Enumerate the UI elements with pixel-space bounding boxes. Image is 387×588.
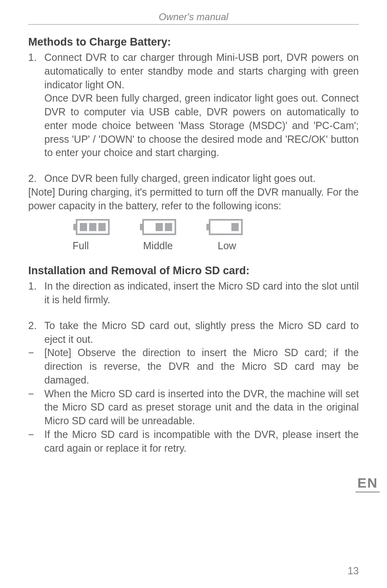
svg-rect-8 xyxy=(165,223,172,231)
header-divider xyxy=(28,24,359,25)
list-text: Connect DVR to car charger through Mini-… xyxy=(44,51,359,92)
list-item: 1. Connect DVR to car charger through Mi… xyxy=(28,51,359,92)
list-item: − If the Micro SD card is incompatible w… xyxy=(28,428,359,455)
list-marker: − xyxy=(28,428,44,455)
list-item: − [Note] Observe the direction to insert… xyxy=(28,346,359,387)
battery-label-full: Full xyxy=(73,240,143,252)
svg-rect-1 xyxy=(73,224,77,230)
list-text: To take the Micro SD card out, slightly … xyxy=(44,319,359,346)
language-tag: EN xyxy=(356,475,380,492)
battery-label-low: Low xyxy=(218,240,266,252)
list-text: If the Micro SD card is incompatible wit… xyxy=(44,428,359,455)
list-marker: 2. xyxy=(28,172,44,186)
list-marker xyxy=(28,92,44,160)
svg-rect-7 xyxy=(156,223,163,231)
svg-rect-2 xyxy=(80,223,87,231)
list-text: In the direction as indicated, insert th… xyxy=(44,279,359,307)
list-text: When the Micro SD card is inserted into … xyxy=(44,387,359,428)
paragraph: Once DVR been fully charged, green indic… xyxy=(28,92,359,160)
battery-labels-row: Full Middle Low xyxy=(73,240,359,252)
header-title: Owner's manual xyxy=(28,11,359,23)
section-charge-title: Methods to Charge Battery: xyxy=(28,36,359,48)
language-label: EN xyxy=(356,475,380,491)
list-marker: 2. xyxy=(28,319,44,346)
battery-label-middle: Middle xyxy=(143,240,218,252)
list-item: 2. To take the Micro SD card out, slight… xyxy=(28,319,359,346)
list-marker: − xyxy=(28,387,44,428)
svg-rect-6 xyxy=(140,224,143,230)
svg-rect-3 xyxy=(89,223,96,231)
list-marker: 1. xyxy=(28,51,44,92)
battery-icons-row xyxy=(73,218,359,236)
battery-low-icon xyxy=(206,218,244,236)
list-marker: 1. xyxy=(28,279,44,307)
svg-rect-10 xyxy=(206,224,210,230)
list-text: [Note] Observe the direction to insert t… xyxy=(44,346,359,387)
page-number: 13 xyxy=(347,565,359,577)
language-underline xyxy=(356,492,380,492)
list-item: 2. Once DVR been fully charged, green in… xyxy=(28,172,359,186)
paragraph-text: Once DVR been fully charged, green indic… xyxy=(44,92,359,160)
section-sd-title: Installation and Removal of Micro SD car… xyxy=(28,265,359,277)
list-text: Once DVR been fully charged, green indic… xyxy=(44,172,359,186)
battery-middle-icon xyxy=(139,218,177,236)
battery-full-icon xyxy=(73,218,111,236)
svg-rect-4 xyxy=(98,223,106,231)
list-marker: − xyxy=(28,346,44,387)
svg-rect-11 xyxy=(231,223,239,231)
list-item: − When the Micro SD card is inserted int… xyxy=(28,387,359,428)
list-item: 1. In the direction as indicated, insert… xyxy=(28,279,359,307)
note-text: [Note] During charging, it's permitted t… xyxy=(28,186,359,213)
